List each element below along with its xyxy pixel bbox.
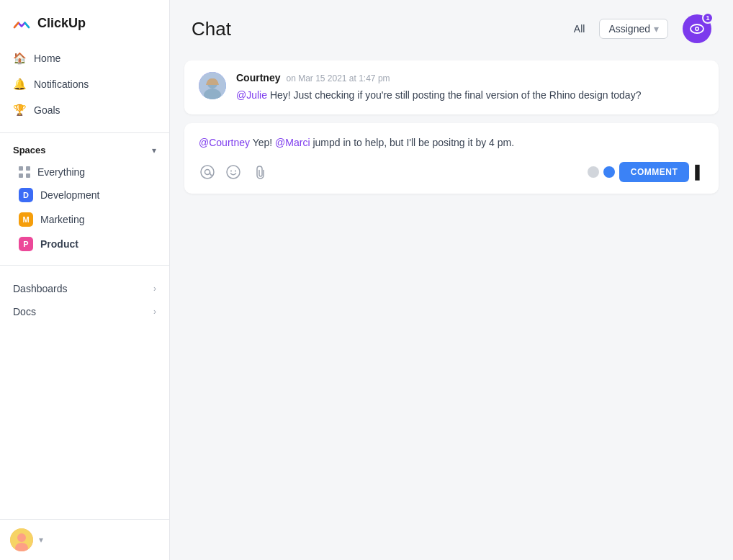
sidebar-item-dashboards[interactable]: Dashboards › (6, 277, 163, 300)
svg-point-1 (17, 533, 26, 542)
spaces-title: Spaces (13, 145, 46, 155)
main-nav: 🏠 Home 🔔 Notifications 🏆 Goals (0, 43, 169, 125)
courtney-avatar (199, 72, 226, 99)
home-icon: 🏠 (13, 52, 27, 65)
everything-label: Everything (37, 166, 85, 178)
cursor-indicator: ▌ (695, 165, 704, 180)
filter-assigned-dropdown[interactable]: Assigned ▾ (599, 19, 668, 39)
message-header: Courtney on Mar 15 2021 at 1:47 pm (236, 72, 704, 83)
emoji-tool-icon[interactable] (225, 163, 242, 181)
compose-tools (199, 163, 268, 181)
product-badge: P (19, 237, 33, 251)
sidebar-item-everything[interactable]: Everything (6, 161, 163, 183)
svg-point-9 (201, 166, 214, 179)
svg-point-11 (227, 166, 240, 179)
message-text: @Julie Hey! Just checking if you're stil… (236, 88, 704, 103)
color-option-blue[interactable] (603, 166, 615, 178)
mention-tool-icon[interactable] (199, 163, 216, 181)
bell-icon: 🔔 (13, 78, 27, 91)
secondary-nav: Dashboards › Docs › (0, 273, 169, 328)
user-footer: ▾ (0, 519, 169, 560)
chat-body: Courtney on Mar 15 2021 at 1:47 pm @Juli… (170, 53, 733, 560)
divider-2 (0, 265, 169, 266)
filter-all-button[interactable]: All (574, 23, 585, 35)
dashboards-left: Dashboards (13, 283, 68, 294)
message-card: Courtney on Mar 15 2021 at 1:47 pm @Juli… (184, 60, 719, 114)
clickup-logo-icon (12, 13, 32, 33)
sidebar-item-product[interactable]: P Product (6, 232, 163, 256)
development-badge: D (19, 188, 33, 202)
compose-toolbar: COMMENT ▌ (199, 162, 704, 182)
color-option-gray[interactable] (588, 166, 599, 178)
goals-icon: 🏆 (13, 104, 27, 117)
chevron-down-user-icon: ▾ (39, 535, 43, 545)
svg-point-12 (230, 171, 232, 172)
logo: ClickUp (0, 0, 169, 43)
marketing-label: Marketing (40, 214, 84, 225)
sidebar-item-goals[interactable]: 🏆 Goals (6, 98, 163, 122)
notifications-label: Notifications (34, 78, 89, 90)
divider-1 (0, 132, 169, 133)
dashboards-label: Dashboards (13, 283, 68, 294)
watch-badge-count: 1 (702, 12, 714, 24)
sidebar-item-docs[interactable]: Docs › (6, 300, 163, 323)
product-label: Product (40, 238, 78, 250)
sidebar: ClickUp 🏠 Home 🔔 Notifications 🏆 Goals S… (0, 0, 170, 560)
compose-mention-2: @Marci (275, 137, 310, 148)
message-mention: @Julie (236, 89, 267, 101)
spaces-list: Everything D Development M Marketing P P… (0, 160, 169, 258)
message-author: Courtney (236, 72, 280, 83)
eye-icon (690, 24, 704, 34)
home-label: Home (34, 53, 60, 64)
message-body: Hey! Just checking if you're still posti… (267, 89, 641, 101)
svg-point-10 (205, 170, 210, 175)
compose-actions: COMMENT ▌ (588, 162, 704, 182)
chat-header: Chat All Assigned ▾ 1 (170, 0, 733, 53)
main-content: Chat All Assigned ▾ 1 (170, 0, 733, 560)
message-content: Courtney on Mar 15 2021 at 1:47 pm @Juli… (236, 72, 704, 103)
compose-mention-1: @Courtney (199, 137, 250, 148)
development-label: Development (40, 189, 100, 201)
compose-text[interactable]: @Courtney Yep! @Marci jumpd in to help, … (199, 135, 704, 150)
avatar[interactable] (10, 528, 33, 551)
watch-button[interactable]: 1 (683, 14, 711, 43)
page-title: Chat (192, 18, 559, 40)
sidebar-item-home[interactable]: 🏠 Home (6, 46, 163, 71)
attach-tool-icon[interactable] (251, 163, 268, 181)
app-name: ClickUp (37, 16, 86, 31)
marketing-badge: M (19, 212, 33, 227)
sidebar-item-development[interactable]: D Development (6, 183, 163, 207)
message-timestamp: on Mar 15 2021 at 1:47 pm (286, 73, 390, 83)
grid-icon (19, 166, 30, 178)
avatar-image (10, 528, 33, 551)
compose-area: @Courtney Yep! @Marci jumpd in to help, … (184, 123, 719, 194)
chevron-right-icon: › (153, 284, 156, 294)
compose-text-2: jumpd in to help, but I'll be positng it… (310, 137, 515, 148)
goals-label: Goals (34, 104, 60, 116)
docs-label: Docs (13, 306, 36, 317)
sidebar-item-marketing[interactable]: M Marketing (6, 207, 163, 232)
svg-point-13 (235, 171, 236, 172)
assigned-label: Assigned (608, 23, 650, 35)
comment-button[interactable]: COMMENT (619, 162, 690, 182)
message-avatar (199, 72, 226, 99)
chevron-right-icon-2: › (153, 307, 156, 317)
svg-point-5 (696, 28, 698, 30)
spaces-header[interactable]: Spaces ▾ (0, 140, 169, 160)
user-avatar-svg (10, 528, 33, 551)
chevron-down-icon: ▾ (152, 145, 156, 155)
docs-left: Docs (13, 306, 36, 317)
sidebar-item-notifications[interactable]: 🔔 Notifications (6, 72, 163, 96)
chevron-down-filter-icon: ▾ (654, 23, 659, 35)
compose-text-1: Yep! (250, 137, 275, 148)
